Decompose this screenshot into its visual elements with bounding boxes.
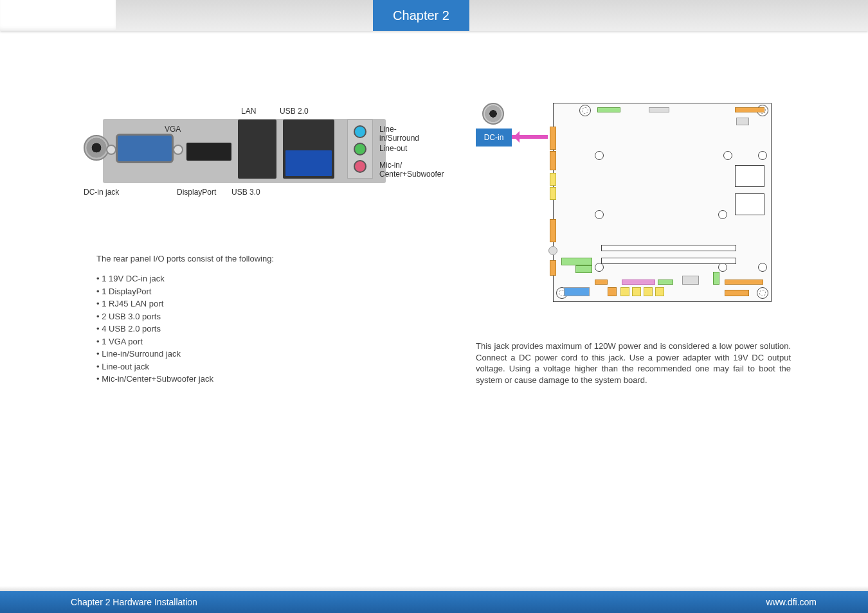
mounting-hole-icon xyxy=(579,105,591,116)
mounting-hole-icon xyxy=(595,263,604,272)
header-left-blank xyxy=(0,0,116,31)
connector-icon xyxy=(608,287,617,296)
battery-icon xyxy=(548,246,557,255)
mounting-hole-icon xyxy=(718,263,727,272)
dc-in-connector-icon xyxy=(482,103,504,125)
io-panel-figure: LAN USB 2.0 VGA DC-in jack DisplayPort U… xyxy=(84,103,418,212)
connector-icon xyxy=(725,290,749,296)
connector-icon xyxy=(725,280,763,285)
label-usb20: USB 2.0 xyxy=(280,107,309,116)
label-linein: Line-in/Surround xyxy=(379,125,419,143)
expansion-slot-icon xyxy=(601,258,736,264)
chip-icon xyxy=(735,193,764,215)
lan-block-icon xyxy=(238,120,276,179)
body-paragraph: This jack provides maximum of 120W power… xyxy=(476,341,810,386)
list-item: Line-out jack xyxy=(96,360,431,373)
motherboard-figure: DC-in xyxy=(476,103,778,315)
usb-stack-icon xyxy=(283,120,334,179)
list-item: 1 DisplayPort xyxy=(96,285,431,298)
mounting-hole-icon xyxy=(718,210,727,219)
connector-icon xyxy=(550,127,556,150)
connector-icon xyxy=(655,287,664,296)
list-item: 4 USB 2.0 ports xyxy=(96,323,431,335)
connector-icon xyxy=(735,107,764,112)
connector-icon xyxy=(550,187,556,200)
mounting-hole-icon xyxy=(595,151,604,160)
chapter-label: Chapter 2 xyxy=(373,0,469,31)
connector-icon xyxy=(713,272,719,285)
line-out-jack-icon xyxy=(354,143,366,155)
list-item: Mic-in/Center+Subwoofer jack xyxy=(96,373,431,386)
left-column: LAN USB 2.0 VGA DC-in jack DisplayPort U… xyxy=(84,103,431,574)
connector-icon xyxy=(644,287,653,296)
mounting-hole-icon xyxy=(595,210,604,219)
footer-right: www.dfi.com xyxy=(766,597,817,607)
vga-port-icon xyxy=(116,134,174,163)
dc-in-label: DC-in xyxy=(476,129,512,147)
label-usb30: USB 3.0 xyxy=(231,188,260,197)
displayport-icon xyxy=(186,143,231,161)
list-item: 1 VGA port xyxy=(96,335,431,348)
label-lineout: Line-out xyxy=(379,144,407,153)
connector-icon xyxy=(620,287,629,296)
label-micin: Mic-in/ Center+Subwoofer xyxy=(379,161,444,179)
expansion-slot-icon xyxy=(601,245,736,251)
list-item: 1 19V DC-in jack xyxy=(96,272,431,285)
label-lan: LAN xyxy=(241,107,256,116)
content: LAN USB 2.0 VGA DC-in jack DisplayPort U… xyxy=(0,77,868,574)
header-band: Chapter 2 xyxy=(0,0,868,31)
connector-icon xyxy=(550,219,556,242)
mounting-hole-icon xyxy=(758,151,767,160)
right-column: DC-in xyxy=(476,103,810,574)
port-list: 1 19V DC-in jack 1 DisplayPort 1 RJ45 LA… xyxy=(96,272,431,386)
footer-left: Chapter 2 Hardware Installation xyxy=(71,597,197,607)
connector-icon xyxy=(575,265,592,273)
mounting-hole-icon xyxy=(758,263,767,272)
connector-icon xyxy=(632,287,641,296)
connector-icon xyxy=(597,107,620,112)
dc-in-jack-icon xyxy=(84,135,109,161)
mic-in-jack-icon xyxy=(354,160,366,173)
label-vga: VGA xyxy=(165,125,181,134)
label-displayport: DisplayPort xyxy=(177,188,216,197)
connector-icon xyxy=(658,280,673,285)
list-item: 2 USB 3.0 ports xyxy=(96,310,431,323)
dc-in-arrow-icon xyxy=(512,135,548,139)
connector-icon xyxy=(550,260,556,276)
label-dcin-jack: DC-in jack xyxy=(84,188,119,197)
connector-icon xyxy=(736,118,749,125)
connector-icon xyxy=(622,280,655,285)
connector-icon xyxy=(595,280,608,285)
footer-shadow xyxy=(0,586,868,591)
motherboard-outline xyxy=(553,103,772,302)
connector-icon xyxy=(649,107,669,112)
list-item: Line-in/Surround jack xyxy=(96,348,431,360)
list-item: 1 RJ45 LAN port xyxy=(96,298,431,310)
connector-icon xyxy=(561,258,592,265)
connector-icon xyxy=(550,173,556,186)
mounting-hole-icon xyxy=(723,151,732,160)
chip-icon xyxy=(735,165,764,187)
connector-icon xyxy=(564,287,590,296)
connector-icon xyxy=(682,276,699,285)
mounting-hole-icon xyxy=(757,287,768,299)
audio-jacks xyxy=(347,120,373,179)
line-in-jack-icon xyxy=(354,125,366,138)
footer: Chapter 2 Hardware Installation www.dfi.… xyxy=(0,591,868,613)
connector-icon xyxy=(550,151,556,170)
intro-text: The rear panel I/O ports consist of the … xyxy=(96,254,431,263)
